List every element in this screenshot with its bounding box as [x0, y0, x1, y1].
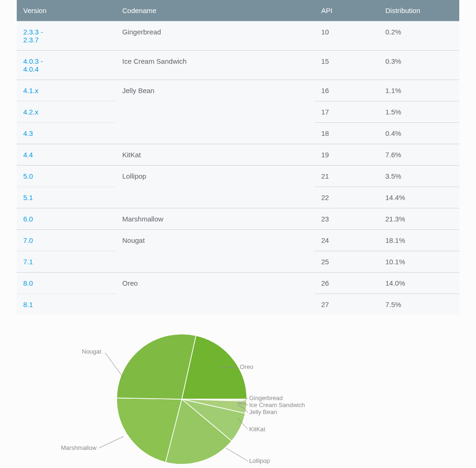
table-row: 5.0Lollipop213.5% [17, 165, 459, 187]
cell-codename: Ice Cream Sandwich [116, 50, 315, 80]
cell-distribution: 1.1% [379, 80, 459, 101]
cell-version: 7.1 [17, 251, 116, 272]
col-header-codename: Codename [116, 0, 315, 21]
table-row: 6.0Marshmallow2321.3% [17, 208, 459, 229]
cell-distribution: 14.0% [379, 272, 459, 294]
cell-codename [116, 101, 315, 122]
col-header-api: API [315, 0, 379, 21]
cell-codename: Gingerbread [116, 21, 315, 50]
cell-codename: Lollipop [116, 165, 315, 187]
table-row: 7.0Nougat2418.1% [17, 229, 459, 251]
cell-api: 16 [315, 80, 379, 101]
cell-api: 15 [315, 50, 379, 80]
distribution-pie-chart: Nougat Oreo Gingerbread Ice Cream Sandwi… [17, 327, 459, 468]
pie-label-lollipop: Lollipop [249, 457, 270, 464]
cell-api: 10 [315, 21, 379, 50]
version-link[interactable]: 5.0 [23, 172, 33, 180]
cell-version: 4.3 [17, 122, 116, 144]
table-row: 2.3.3 - 2.3.7Gingerbread100.2% [17, 21, 459, 50]
cell-version: 8.1 [17, 294, 116, 315]
cell-distribution: 10.1% [379, 251, 459, 272]
version-link[interactable]: 7.0 [23, 236, 33, 244]
cell-version: 4.2.x [17, 101, 116, 122]
cell-distribution: 0.4% [379, 122, 459, 144]
table-row: 5.12214.4% [17, 187, 459, 208]
cell-codename [116, 294, 315, 315]
version-link[interactable]: 4.0.3 - 4.0.4 [23, 57, 43, 73]
cell-codename: KitKat [116, 144, 315, 165]
table-row: 8.0Oreo2614.0% [17, 272, 459, 294]
cell-distribution: 0.3% [379, 50, 459, 80]
cell-api: 23 [315, 208, 379, 229]
cell-distribution: 21.3% [379, 208, 459, 229]
cell-api: 26 [315, 272, 379, 294]
version-link[interactable]: 4.2.x [23, 108, 39, 116]
version-link[interactable]: 5.1 [23, 194, 33, 201]
table-row: 4.4KitKat197.6% [17, 144, 459, 165]
col-header-dist: Distribution [379, 0, 459, 21]
cell-version: 7.0 [17, 229, 116, 251]
cell-distribution: 3.5% [379, 165, 459, 187]
col-header-version: Version [17, 0, 116, 21]
pie-label-kitkat: KitKat [249, 426, 265, 433]
pie-label-nougat: Nougat [82, 348, 101, 355]
cell-api: 17 [315, 101, 379, 122]
pie-label-marshmallow: Marshmallow [61, 444, 97, 451]
cell-codename: Marshmallow [116, 208, 315, 229]
cell-codename [116, 251, 315, 272]
table-row: 4.3180.4% [17, 122, 459, 144]
pie-svg [114, 332, 249, 467]
cell-version: 4.0.3 - 4.0.4 [17, 50, 116, 80]
cell-api: 21 [315, 165, 379, 187]
cell-codename: Nougat [116, 229, 315, 251]
version-link[interactable]: 8.1 [23, 301, 33, 308]
cell-api: 27 [315, 294, 379, 315]
cell-codename: Jelly Bean [116, 80, 315, 101]
cell-api: 24 [315, 229, 379, 251]
cell-version: 5.1 [17, 187, 116, 208]
cell-api: 19 [315, 144, 379, 165]
table-row: 8.1277.5% [17, 294, 459, 315]
cell-version: 8.0 [17, 272, 116, 294]
pie-slice [117, 334, 196, 399]
cell-distribution: 7.5% [379, 294, 459, 315]
pie-label-jelly: Jelly Bean [249, 408, 277, 415]
version-link[interactable]: 4.3 [23, 129, 33, 137]
table-row: 4.2.x171.5% [17, 101, 459, 122]
cell-api: 25 [315, 251, 379, 272]
version-link[interactable]: 8.0 [23, 279, 33, 287]
pie-label-gingerbread: Gingerbread [249, 394, 283, 401]
version-link[interactable]: 2.3.3 - 2.3.7 [23, 28, 43, 44]
pie-label-ics: Ice Cream Sandwich [249, 401, 305, 408]
cell-distribution: 1.5% [379, 101, 459, 122]
version-link[interactable]: 6.0 [23, 215, 33, 223]
cell-distribution: 0.2% [379, 21, 459, 50]
version-link[interactable]: 4.4 [23, 151, 33, 159]
cell-api: 22 [315, 187, 379, 208]
distribution-table: Version Codename API Distribution 2.3.3 … [17, 0, 459, 315]
cell-version: 2.3.3 - 2.3.7 [17, 21, 116, 50]
cell-codename [116, 187, 315, 208]
cell-api: 18 [315, 122, 379, 144]
cell-codename [116, 122, 315, 144]
version-link[interactable]: 7.1 [23, 258, 33, 266]
table-row: 4.0.3 - 4.0.4Ice Cream Sandwich150.3% [17, 50, 459, 80]
cell-distribution: 18.1% [379, 229, 459, 251]
cell-distribution: 7.6% [379, 144, 459, 165]
cell-distribution: 14.4% [379, 187, 459, 208]
cell-codename: Oreo [116, 272, 315, 294]
table-row: 7.12510.1% [17, 251, 459, 272]
table-row: 4.1.xJelly Bean161.1% [17, 80, 459, 101]
version-link[interactable]: 4.1.x [23, 87, 39, 94]
table-header-row: Version Codename API Distribution [17, 0, 459, 21]
cell-version: 5.0 [17, 165, 116, 187]
pie-label-oreo: Oreo [240, 363, 253, 370]
cell-version: 4.1.x [17, 80, 116, 101]
cell-version: 6.0 [17, 208, 116, 229]
cell-version: 4.4 [17, 144, 116, 165]
